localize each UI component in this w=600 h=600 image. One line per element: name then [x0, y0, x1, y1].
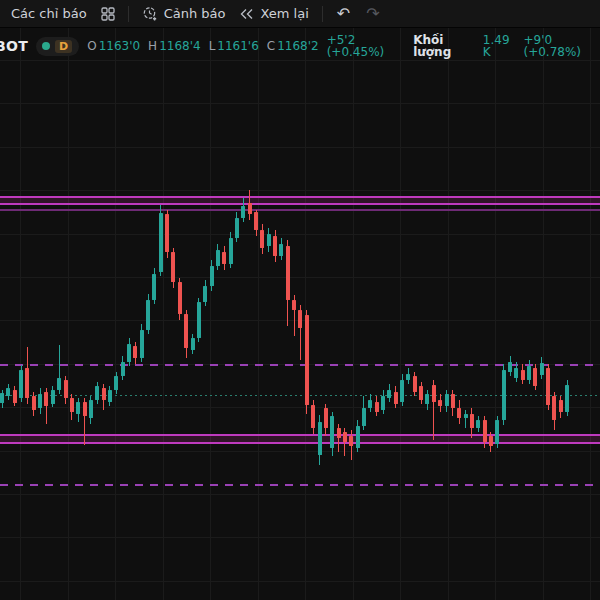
candle: [394, 392, 398, 404]
replay-button-label: Xem lại: [260, 6, 308, 21]
candle: [133, 346, 137, 358]
top-toolbar: Các chỉ báo Cảnh báo: [0, 0, 600, 28]
low-label: L: [209, 40, 216, 52]
candle: [197, 302, 201, 338]
indicator-templates-button[interactable]: [94, 4, 122, 24]
candle: [121, 362, 125, 376]
candle: [349, 436, 353, 446]
candle: [159, 213, 163, 272]
candle: [464, 414, 468, 418]
candle: [38, 394, 42, 408]
symbol-status-pill[interactable]: D: [36, 37, 79, 56]
candle: [210, 266, 214, 286]
candle: [146, 300, 150, 330]
replay-button[interactable]: Xem lại: [232, 3, 315, 24]
candle: [540, 363, 544, 375]
candle: [565, 385, 569, 412]
market-status-dot-icon: [42, 42, 50, 50]
candle: [457, 408, 461, 418]
grid-four-squares-icon: [101, 7, 115, 21]
indicators-button-label: Các chỉ báo: [11, 6, 87, 21]
candle: [184, 314, 188, 348]
toolbar-separator: [128, 6, 129, 22]
candle: [254, 212, 258, 230]
candle: [19, 370, 23, 398]
candle: [406, 374, 410, 380]
candle: [552, 396, 556, 420]
candle: [368, 400, 372, 408]
candle: [286, 246, 290, 300]
candle: [165, 214, 169, 252]
candle: [451, 394, 455, 408]
candle: [502, 370, 506, 420]
redo-button[interactable]: ↷: [358, 4, 387, 24]
open-value: 1163'0: [99, 40, 140, 52]
volume-change: +9'0 (+0.78%): [523, 34, 600, 58]
candle: [298, 310, 302, 328]
candle: [318, 422, 322, 455]
undo-button[interactable]: ↶: [329, 4, 358, 24]
rewind-double-chevron-icon: [239, 7, 254, 21]
ohlc-high: H 1168'4: [148, 40, 201, 52]
candle: [235, 218, 239, 238]
candle: [76, 402, 80, 414]
candle: [413, 376, 417, 392]
candle: [279, 244, 283, 256]
candle: [267, 234, 271, 246]
candle: [178, 282, 182, 314]
candle: [140, 330, 144, 358]
candle: [260, 230, 264, 248]
candle: [438, 400, 442, 406]
candle: [362, 408, 366, 426]
candles-layer: [0, 28, 600, 600]
close-label: C: [267, 40, 275, 52]
candle: [445, 394, 449, 406]
candle: [343, 432, 347, 442]
low-value: 1161'6: [217, 40, 258, 52]
candle: [483, 420, 487, 442]
volume-value: 1.49 K: [483, 34, 516, 58]
timeframe-badge[interactable]: D: [55, 40, 72, 53]
ohlc-close: C 1168'2: [267, 40, 319, 52]
candle: [559, 400, 563, 412]
candle: [191, 338, 195, 350]
candle: [514, 368, 518, 378]
candle: [248, 203, 252, 214]
alerts-button-label: Cảnh báo: [164, 6, 226, 21]
candle: [95, 386, 99, 400]
close-value: 1168'2: [277, 40, 318, 52]
candle: [25, 368, 29, 398]
candle: [508, 362, 512, 372]
indicators-button[interactable]: Các chỉ báo: [4, 3, 94, 24]
candle: [419, 386, 423, 400]
candle: [108, 390, 112, 402]
candle: [241, 206, 245, 218]
candle: [400, 380, 404, 402]
candle: [432, 385, 436, 402]
candle: [44, 392, 48, 406]
candle: [216, 250, 220, 266]
chart-pane[interactable]: BOT D O 1163'0 H 1168'4 L 1161'6 C 1168'…: [0, 28, 600, 600]
ohlc-low: L 1161'6: [209, 40, 259, 52]
candle: [83, 402, 87, 416]
candle: [476, 420, 480, 428]
candle: [470, 414, 474, 428]
redo-icon: ↷: [366, 4, 379, 23]
candle: [32, 396, 36, 410]
candle: [222, 252, 226, 264]
alerts-button[interactable]: Cảnh báo: [135, 3, 233, 25]
candle: [273, 236, 277, 256]
candle: [89, 400, 93, 418]
candle: [527, 366, 531, 380]
candle: [64, 380, 68, 398]
candle: [127, 344, 131, 362]
alarm-clock-plus-icon: [142, 6, 158, 22]
candle: [489, 436, 493, 446]
candle: [51, 390, 55, 404]
candle: [375, 402, 379, 412]
candle: [102, 388, 106, 400]
candle: [533, 368, 537, 386]
change-value: +5'2 (+0.45%): [327, 34, 404, 58]
candle: [330, 416, 334, 448]
symbol-name[interactable]: BOT: [0, 39, 28, 53]
